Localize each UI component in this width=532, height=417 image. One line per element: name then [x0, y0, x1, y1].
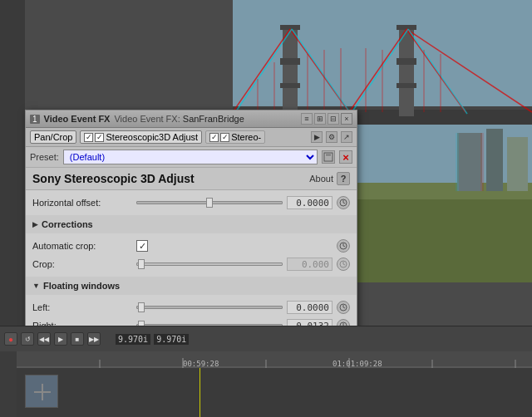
left-label: Left:: [32, 302, 132, 312]
stop-button[interactable]: ■: [71, 332, 84, 346]
horizontal-offset-row: Horizontal offset: 0.0000: [32, 194, 350, 212]
crop-slider[interactable]: [136, 258, 283, 270]
fx-item-pan-crop[interactable]: Pan/Crop: [30, 130, 76, 144]
fx-number-badge: 1: [30, 115, 40, 124]
preset-delete-button[interactable]: ×: [339, 150, 352, 164]
transport-controls: ↺ ◀◀ ▶ ■ ▶▶ 9.970i 9.970i: [0, 326, 532, 351]
horizontal-offset-value: 0.0000: [287, 196, 332, 209]
timecode-start: 9.970i: [116, 334, 150, 345]
svg-line-50: [343, 307, 345, 308]
svg-line-41: [343, 203, 345, 204]
timeline-area: ↺ ◀◀ ▶ ■ ▶▶ 9.970i 9.970i 00:59:28 01:01…: [0, 326, 532, 417]
floating-windows-section-title: Floating windows: [43, 281, 120, 291]
stereoscopic-label: Stereoscopic3D Adjust: [106, 132, 198, 142]
loop-button[interactable]: ↺: [21, 332, 34, 346]
fx-chain-btn[interactable]: ⊟: [328, 113, 339, 125]
timeline-ruler: 00:59:28 01:01:09:28: [17, 351, 532, 368]
preset-bar: Preset: (Default) ×: [26, 147, 357, 168]
svg-rect-33: [507, 137, 528, 191]
svg-line-44: [343, 246, 345, 247]
fx-play-btn[interactable]: ▶: [311, 131, 323, 143]
left-slider[interactable]: [136, 302, 283, 313]
svg-rect-32: [486, 129, 503, 191]
plugin-panel: Sony Stereoscopic 3D Adjust About ? Hori…: [26, 168, 357, 338]
fx-list-btn[interactable]: ≡: [301, 113, 313, 125]
clip-thumbnail: [25, 375, 58, 408]
automatic-crop-checkbox[interactable]: [136, 240, 148, 252]
left-keyframe-btn[interactable]: [337, 301, 350, 314]
dialog-title: Video Event FX: [44, 114, 111, 124]
dialog-close-button[interactable]: ×: [341, 113, 352, 125]
horizontal-offset-section: Horizontal offset: 0.0000: [26, 190, 357, 215]
plugin-header: Sony Stereoscopic 3D Adjust About ?: [26, 168, 357, 190]
crop-value: 0.000: [287, 258, 332, 271]
automatic-crop-row: Automatic crop:: [32, 237, 350, 255]
svg-rect-11: [397, 58, 416, 65]
rewind-button[interactable]: ◀◀: [37, 332, 51, 346]
floating-windows-section-header[interactable]: ▼ Floating windows: [26, 277, 357, 295]
fx-item-stereo-short[interactable]: Stereo-: [205, 130, 265, 144]
automatic-crop-section: Automatic crop: Crop: 0.000: [26, 233, 357, 277]
play-button[interactable]: ▶: [54, 332, 67, 346]
fx-chain-bar: Pan/Crop Stereoscopic3D Adjust Stereo- ▶…: [26, 128, 357, 147]
stereoscopic-enable-checkbox[interactable]: [84, 133, 93, 142]
dialog-titlebar: 1 Video Event FX Video Event FX: SanFran…: [26, 110, 357, 128]
pan-crop-label: Pan/Crop: [34, 132, 72, 142]
crop-keyframe-btn[interactable]: [337, 258, 350, 271]
preset-save-button[interactable]: [322, 150, 335, 164]
stereo-short-enable-checkbox[interactable]: [209, 133, 219, 142]
plugin-about-button[interactable]: About: [309, 174, 333, 184]
playhead[interactable]: [200, 368, 200, 417]
preset-select[interactable]: (Default): [63, 150, 318, 164]
corrections-arrow-icon: ▶: [32, 220, 38, 228]
left-row: Left: 0.0000: [32, 298, 350, 316]
svg-rect-7: [280, 58, 300, 65]
fx-item-stereoscopic[interactable]: Stereoscopic3D Adjust: [80, 130, 202, 144]
plugin-title: Sony Stereoscopic 3D Adjust: [32, 172, 195, 185]
fx-settings-btn[interactable]: ⚙: [326, 131, 337, 143]
svg-rect-38: [325, 157, 332, 160]
left-panel: [0, 0, 25, 326]
record-button[interactable]: [4, 332, 17, 346]
video-event-fx-dialog: 1 Video Event FX Video Event FX: SanFran…: [25, 110, 357, 339]
timeline-track-area: [17, 368, 532, 417]
fastforward-button[interactable]: ▶▶: [87, 332, 101, 346]
floating-windows-arrow-icon: ▼: [32, 282, 40, 290]
crop-row: Crop: 0.000: [32, 255, 350, 273]
fx-ext-btn[interactable]: ↗: [341, 131, 352, 143]
svg-rect-8: [280, 83, 300, 88]
preset-label: Preset:: [30, 152, 59, 162]
horizontal-offset-label: Horizontal offset:: [32, 198, 132, 208]
stereoscopic-enable-checkbox2[interactable]: [95, 133, 104, 142]
fx-sub-label: Video Event FX: SanFranBridge: [114, 114, 244, 124]
horizontal-offset-keyframe-btn[interactable]: [337, 196, 350, 209]
corrections-section-title: Corrections: [42, 219, 93, 229]
automatic-crop-keyframe-btn[interactable]: [337, 239, 350, 253]
svg-rect-37: [326, 153, 331, 156]
svg-rect-35: [456, 133, 480, 191]
stereo-short-label: Stereo-: [231, 132, 261, 142]
fx-grid-btn[interactable]: ⊞: [314, 113, 326, 125]
automatic-crop-label: Automatic crop:: [32, 241, 132, 251]
svg-rect-12: [397, 83, 416, 88]
svg-line-47: [343, 264, 345, 265]
corrections-section-header[interactable]: ▶ Corrections: [26, 215, 357, 233]
horizontal-offset-slider[interactable]: [136, 197, 283, 208]
left-value: 0.0000: [287, 301, 332, 314]
stereo-short-enable-checkbox2[interactable]: [220, 133, 229, 142]
crop-label: Crop:: [32, 259, 132, 269]
timecode-end: 9.970i: [154, 334, 189, 345]
plugin-help-button[interactable]: ?: [337, 172, 350, 185]
